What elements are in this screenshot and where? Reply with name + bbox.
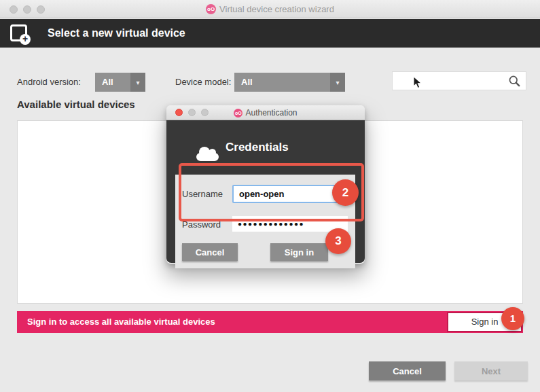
android-version-dropdown[interactable]: All ▾: [95, 73, 145, 92]
genymotion-logo-icon: oO: [206, 4, 216, 14]
step-3-badge: 3: [325, 228, 351, 254]
window-titlebar: oO Virtual device creation wizard: [0, 0, 540, 18]
plus-icon: +: [20, 34, 31, 45]
page-title: Select a new virtual device: [48, 19, 185, 48]
window-title: Virtual device creation wizard: [219, 4, 334, 14]
cloud-icon: [196, 153, 219, 161]
dialog-title-area: oO Authentication: [166, 105, 365, 120]
device-model-dropdown[interactable]: All ▾: [234, 73, 345, 92]
available-devices-title: Available virtual devices: [17, 99, 135, 110]
step-1-badge: 1: [501, 307, 524, 330]
password-label: Password: [182, 219, 221, 230]
chevron-down-icon: ▾: [330, 73, 345, 92]
dialog-cancel-button[interactable]: Cancel: [182, 243, 238, 261]
username-field[interactable]: [232, 185, 348, 203]
wizard-header: + Select a new virtual device: [0, 19, 540, 48]
android-version-value: All: [95, 73, 130, 92]
credentials-heading: Credentials: [226, 141, 289, 154]
wizard-window: oO Virtual device creation wizard + Sele…: [0, 0, 540, 392]
search-icon: [508, 75, 521, 90]
signin-banner: Sign in to access all available virtual …: [17, 311, 523, 333]
username-label: Username: [182, 189, 223, 199]
step-2-badge: 2: [332, 179, 359, 206]
dialog-signin-button[interactable]: Sign in: [270, 243, 328, 261]
add-device-icon: +: [10, 24, 27, 41]
device-model-label: Device model:: [175, 73, 231, 92]
credentials-form: Username Password Cancel Sign in: [175, 175, 355, 268]
wizard-next-button[interactable]: Next: [454, 361, 528, 380]
genymotion-logo-icon: oO: [234, 109, 242, 118]
android-version-label: Android version:: [17, 73, 81, 92]
wizard-cancel-button[interactable]: Cancel: [369, 361, 446, 380]
device-search-box[interactable]: [392, 71, 526, 90]
window-title-area: oO Virtual device creation wizard: [0, 0, 540, 18]
signin-banner-message: Sign in to access all available virtual …: [27, 311, 215, 333]
device-model-value: All: [234, 73, 330, 92]
mouse-cursor-icon: [413, 76, 422, 92]
password-field[interactable]: [232, 216, 348, 232]
chevron-down-icon: ▾: [130, 73, 145, 92]
dialog-title: Authentication: [245, 108, 297, 118]
dialog-titlebar: oO Authentication: [166, 105, 365, 120]
